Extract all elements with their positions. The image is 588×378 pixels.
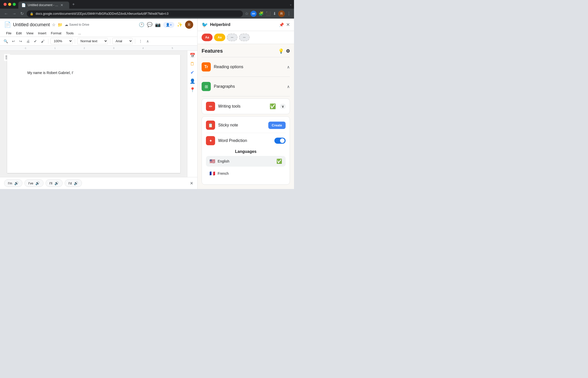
chip1-text: I'm (8, 181, 12, 185)
history-icon[interactable]: 🕐 (139, 22, 144, 27)
speaker-icon-3[interactable]: 🔊 (54, 181, 59, 185)
back-button[interactable]: ← (3, 10, 9, 17)
chip2-text: I've (28, 181, 33, 185)
download-icon[interactable]: ⬇ (273, 11, 276, 16)
calendar-sidebar-icon[interactable]: 📅 (190, 53, 195, 58)
zoom-select[interactable]: 100% (50, 38, 73, 44)
writing-tools-label: Writing tools (218, 104, 267, 109)
paragraphs-icon: ⊞ (202, 82, 211, 91)
menu-edit[interactable]: Edit (14, 30, 24, 36)
font-select[interactable]: Arial (112, 38, 133, 44)
menu-icon[interactable]: ⋮ (287, 11, 291, 16)
tab-favicon: 📄 (21, 3, 26, 7)
browser-tab[interactable]: 📄 Untitled document - Google D ✕ (18, 2, 69, 9)
tab-close-icon[interactable]: ✕ (60, 3, 63, 7)
word-prediction-toggle[interactable] (274, 138, 286, 144)
maps-sidebar-icon[interactable]: 📍 (190, 87, 195, 93)
reading-options-label: Reading options (214, 65, 284, 69)
doc-page: My name is Robert Gabriel, I' (7, 55, 180, 173)
word-prediction-icon: ✦ (206, 136, 215, 145)
predict-chip-4[interactable]: I'd 🔊 (65, 179, 82, 187)
language-option-french[interactable]: 🇫🇷 French (206, 168, 286, 179)
helperbird-ext-icon[interactable]: on (250, 11, 257, 17)
style-select[interactable]: Normal text (77, 38, 108, 44)
collapse-btn[interactable]: ∧ (145, 38, 150, 44)
more-options-btn[interactable]: ⋮ (137, 38, 144, 44)
new-tab-button[interactable]: + (70, 2, 77, 8)
saved-badge: ☁ Saved to Drive (65, 23, 89, 27)
share-icon[interactable]: 👤+ (163, 22, 174, 28)
features-title: Features (202, 48, 223, 54)
tab-title: Untitled document - Google D (28, 3, 58, 7)
avatar[interactable]: R (185, 21, 193, 29)
sticky-note-label: Sticky note (218, 123, 265, 127)
settings-icon[interactable]: ⚙ (286, 48, 290, 54)
extensions-icon[interactable]: 🧩 (259, 11, 264, 16)
english-check-icon: ✅ (276, 158, 282, 164)
address-bar[interactable]: 🔒 docs.google.com/document/d/1EEpsUSM4hY… (27, 10, 243, 17)
word-prediction-bar: I'm 🔊 I've 🔊 I'll 🔊 I'd 🔊 ✕ (0, 177, 197, 189)
url-text: docs.google.com/document/d/1EEpsUSM4hYvB… (36, 12, 240, 16)
bookmark-icon[interactable]: ☆ (245, 11, 248, 16)
word-predict-close-button[interactable]: ✕ (190, 181, 193, 186)
paragraphs-row[interactable]: ⊞ Paragraphs ∧ (202, 79, 290, 94)
french-flag: 🇫🇷 (209, 171, 215, 176)
traffic-light-yellow[interactable] (8, 3, 11, 6)
ruler: -112345 (0, 46, 197, 51)
menu-format[interactable]: Format (49, 30, 63, 36)
gray-action-button-2[interactable]: ··· (239, 34, 250, 41)
speaker-icon-1[interactable]: 🔊 (14, 181, 19, 185)
predict-chip-2[interactable]: I've 🔊 (24, 179, 44, 187)
tasks-sidebar-icon[interactable]: ✔ (190, 70, 194, 75)
chip3-text: I'll (49, 181, 52, 185)
expand-button[interactable]: ⌄ (289, 3, 292, 8)
meet-icon[interactable]: 📷 (155, 22, 161, 27)
print-btn[interactable]: 🖨 (25, 38, 31, 44)
forward-button[interactable]: → (11, 10, 17, 17)
menu-tools[interactable]: Tools (64, 30, 76, 36)
predict-chip-1[interactable]: I'm 🔊 (4, 179, 22, 187)
reload-button[interactable]: ↻ (19, 10, 25, 17)
menu-more[interactable]: ... (76, 30, 83, 36)
sidebar-icon[interactable]: ⬛ (266, 11, 271, 16)
lightbulb-icon[interactable]: 💡 (278, 48, 284, 54)
reading-options-row[interactable]: Tr Reading options ∧ (202, 59, 290, 75)
yellow-action-button[interactable]: Aa (214, 34, 225, 41)
traffic-light-green[interactable] (13, 3, 16, 6)
comments-icon[interactable]: 💬 (147, 22, 152, 27)
reading-options-chevron: ∧ (287, 65, 290, 69)
close-panel-icon[interactable]: ✕ (286, 22, 290, 27)
contacts-sidebar-icon[interactable]: 👤 (190, 78, 195, 84)
menu-view[interactable]: View (24, 30, 35, 36)
red-action-button[interactable]: Aa (202, 34, 213, 41)
paragraphs-chevron: ∧ (287, 84, 290, 89)
traffic-light-red[interactable] (4, 3, 7, 6)
pin-icon[interactable]: 📌 (279, 22, 284, 27)
writing-tools-check: ✅ (270, 103, 276, 109)
gray-action-button-1[interactable]: ··· (227, 34, 237, 41)
profile-button[interactable]: R (278, 10, 285, 17)
create-sticky-button[interactable]: Create (268, 122, 286, 129)
doc-title[interactable]: Untitled document (13, 22, 50, 27)
helperbird-panel: 🐦 Helperbird 📌 ✕ Aa Aa ··· ··· Features … (197, 19, 294, 189)
star-icon[interactable]: ☆ (52, 22, 55, 27)
writing-tools-chevron[interactable]: ∨ (280, 104, 286, 109)
predict-chip-3[interactable]: I'll 🔊 (46, 179, 63, 187)
speaker-icon-4[interactable]: 🔊 (74, 181, 78, 185)
spellcheck-btn[interactable]: ✔ (32, 38, 38, 44)
folder-icon[interactable]: 📁 (58, 22, 63, 27)
language-option-english[interactable]: 🇺🇸 English ✅ (206, 156, 286, 167)
undo-btn[interactable]: ↩ (10, 38, 17, 44)
search-btn[interactable]: 🔍 (2, 38, 9, 44)
gemini-icon[interactable]: ✨ (177, 22, 183, 27)
menu-insert[interactable]: Insert (36, 30, 48, 36)
speaker-icon-2[interactable]: 🔊 (35, 181, 40, 185)
redo-btn[interactable]: ↪ (18, 38, 24, 44)
french-label: French (218, 171, 282, 176)
doc-text[interactable]: My name is Robert Gabriel, I' (27, 70, 160, 76)
paragraphs-label: Paragraphs (214, 84, 284, 89)
paint-format-btn[interactable]: 🖌 (39, 38, 46, 44)
menu-file[interactable]: File (4, 30, 13, 36)
writing-tools-row[interactable]: ✏ Writing tools ✅ ∨ (206, 102, 286, 111)
notes-sidebar-icon[interactable]: 🗒 (190, 61, 195, 67)
